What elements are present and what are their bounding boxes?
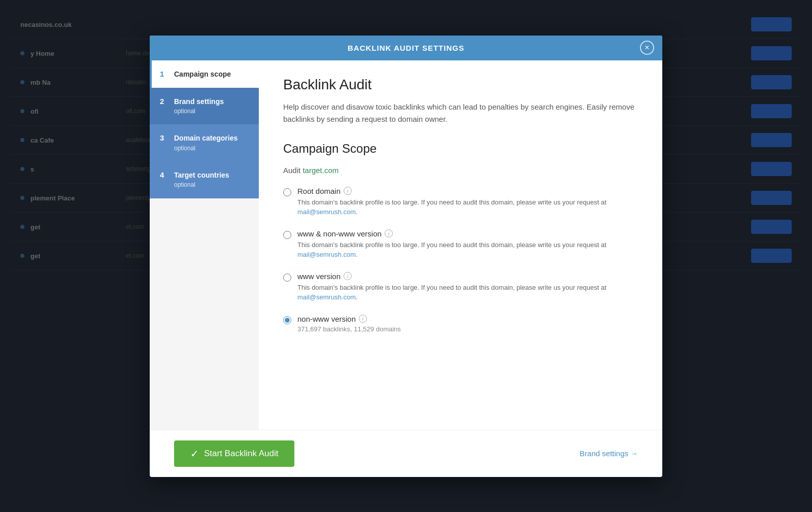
page-description: Help discover and disavow toxic backlink… [283,101,638,125]
sidebar-step-4-sublabel: optional [174,181,195,188]
radio-option-www-version: www version i This domain's backlink pro… [283,272,638,302]
modal-footer: ✓ Start Backlink Audit Brand settings → [150,430,662,477]
sidebar-step-1-num: 1 [160,70,168,78]
radio-www-non-www-desc: This domain's backlink profile is too la… [297,240,638,260]
radio-option-non-www-version: non-www version i 371,697 backlinks, 11,… [283,315,638,333]
radio-root-domain-desc: This domain's backlink profile is too la… [297,197,638,217]
radio-non-www-version-label[interactable]: non-www version i [297,315,401,323]
brand-settings-label: Brand settings [580,449,628,458]
start-backlink-audit-button[interactable]: ✓ Start Backlink Audit [174,440,294,467]
modal-title: BACKLINK AUDIT SETTINGS [348,44,464,52]
sidebar-step-3-num: 3 [160,133,168,142]
sidebar-step-3-label: Domain categories optional [174,133,238,152]
close-button[interactable]: × [640,41,654,55]
sidebar-step-2-sublabel: optional [174,108,195,115]
radio-www-version[interactable] [283,274,291,282]
start-button-label: Start Backlink Audit [204,449,278,459]
email-link-www-non-www[interactable]: mail@semrush.com [297,251,356,258]
radio-root-domain[interactable] [283,188,291,196]
sidebar-item-campaign-scope[interactable]: 1 Campaign scope [150,60,259,88]
modal-header: BACKLINK AUDIT SETTINGS × [150,36,662,60]
sidebar-step-4-num: 4 [160,170,168,179]
radio-root-domain-label[interactable]: Root domain i [297,187,638,195]
radio-option-www-non-www: www & non-www version i This domain's ba… [283,229,638,260]
main-content: Backlink Audit Help discover and disavow… [259,60,662,430]
sidebar-item-domain-categories[interactable]: 3 Domain categories optional [150,124,259,161]
radio-www-version-label[interactable]: www version i [297,272,638,281]
section-title: Campaign Scope [283,142,638,156]
info-icon-non-www-version: i [359,315,367,323]
audit-domain-link[interactable]: target.com [302,166,339,175]
backlink-audit-modal: BACKLINK AUDIT SETTINGS × 1 Campaign sco… [150,36,662,477]
radio-non-www-stats: 371,697 backlinks, 11,529 domains [297,325,401,333]
radio-group: Root domain i This domain's backlink pro… [283,187,638,414]
brand-settings-link[interactable]: Brand settings → [580,449,638,458]
email-link-root-domain[interactable]: mail@semrush.com [297,208,356,216]
info-icon-root-domain: i [344,187,352,195]
sidebar-step-3-sublabel: optional [174,145,195,152]
sidebar-item-brand-settings[interactable]: 2 Brand settings optional [150,88,259,125]
radio-www-non-www-label[interactable]: www & non-www version i [297,229,638,238]
radio-option-root-domain: Root domain i This domain's backlink pro… [283,187,638,217]
radio-www-version-desc: This domain's backlink profile is too la… [297,283,638,302]
modal-overlay: BACKLINK AUDIT SETTINGS × 1 Campaign sco… [0,0,812,512]
audit-line: Audit target.com [283,166,638,175]
sidebar-step-2-label: Brand settings optional [174,97,224,116]
radio-non-www-version[interactable] [283,316,291,324]
email-link-www-version[interactable]: mail@semrush.com [297,293,356,301]
sidebar-step-2-num: 2 [160,97,168,106]
brand-settings-arrow: → [630,449,638,458]
check-icon: ✓ [190,448,199,460]
sidebar-step-1-label: Campaign scope [174,70,231,79]
sidebar: 1 Campaign scope 2 Brand settings option… [150,60,259,430]
info-icon-www-non-www: i [385,229,393,237]
radio-www-non-www[interactable] [283,231,291,239]
page-title: Backlink Audit [283,77,638,93]
modal-body: 1 Campaign scope 2 Brand settings option… [150,60,662,430]
sidebar-item-target-countries[interactable]: 4 Target countries optional [150,161,259,198]
sidebar-step-4-label: Target countries optional [174,170,229,189]
info-icon-www-version: i [344,272,352,280]
